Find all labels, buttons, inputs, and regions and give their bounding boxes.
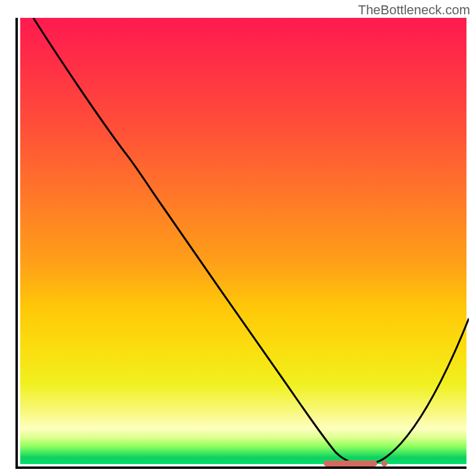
chart-container [15,18,466,469]
plot-area [15,18,466,469]
marker-dot [381,461,387,466]
watermark-text: TheBottleneck.com [358,2,470,18]
optimum-marker [20,18,469,466]
